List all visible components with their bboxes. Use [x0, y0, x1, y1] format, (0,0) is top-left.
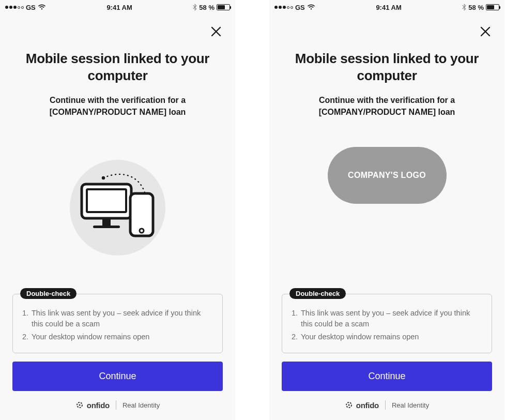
phone-screen-logo: GS 9:41 AM 58 % Mobile session linked to… [269, 0, 504, 420]
status-bar-left: GS [274, 4, 315, 11]
status-bar-time: 9:41 AM [376, 4, 401, 11]
close-button[interactable] [478, 24, 493, 41]
bluetooth-icon [193, 4, 197, 11]
battery-icon [486, 4, 499, 10]
close-icon [210, 31, 222, 39]
logo-container: COMPANY'S LOGO [282, 133, 492, 281]
svg-rect-4 [93, 226, 120, 228]
wifi-icon [38, 4, 46, 10]
svg-point-8 [79, 404, 80, 406]
double-check-badge: Double-check [289, 288, 346, 299]
onfido-mark-icon [75, 401, 84, 409]
battery-percent-label: 58 % [468, 4, 484, 11]
page-subtitle: Continue with the verification for a [CO… [12, 94, 223, 118]
svg-rect-5 [130, 193, 153, 236]
svg-rect-3 [102, 219, 111, 226]
continue-button[interactable]: Continue [282, 362, 492, 391]
double-check-list: This link was sent by you – seek advice … [21, 308, 214, 342]
signal-strength-icon [274, 6, 293, 9]
double-check-panel: Double-check This link was sent by you –… [282, 294, 492, 353]
phone-screen-illustration: GS 9:41 AM 58 % Mobile session linked to… [0, 0, 235, 420]
footer-separator [116, 400, 116, 410]
onfido-logo: onfido [75, 401, 110, 410]
status-bar: GS 9:41 AM 58 % [0, 0, 235, 14]
company-logo-placeholder: COMPANY'S LOGO [328, 147, 447, 204]
close-icon [480, 31, 491, 39]
footer-tagline: Real Identity [123, 401, 160, 409]
status-bar-left: GS [5, 4, 46, 11]
main-content: Mobile session linked to your computer C… [0, 41, 235, 420]
double-check-item: Your desktop window remains open [30, 332, 214, 342]
svg-point-10 [348, 404, 349, 406]
continue-button[interactable]: Continue [12, 362, 223, 391]
footer-separator [385, 400, 386, 410]
close-button[interactable] [208, 24, 224, 41]
footer-tagline: Real Identity [392, 401, 429, 409]
page-title: Mobile session linked to your computer [282, 50, 492, 84]
page-subtitle: Continue with the verification for a [CO… [282, 94, 492, 118]
double-check-list: This link was sent by you – seek advice … [290, 308, 483, 342]
page-title: Mobile session linked to your computer [12, 50, 223, 84]
footer: onfido Real Identity [345, 391, 429, 420]
devices-linked-icon [70, 160, 165, 256]
double-check-item: This link was sent by you – seek advice … [30, 308, 214, 329]
battery-percent-label: 58 % [199, 4, 215, 11]
onfido-logo: onfido [345, 401, 379, 410]
status-bar-right: 58 % [193, 4, 230, 11]
illustration-container [12, 133, 223, 281]
footer-brand: onfido [87, 401, 110, 410]
status-bar-time: 9:41 AM [106, 4, 132, 11]
footer-brand: onfido [356, 401, 379, 410]
svg-point-0 [102, 176, 105, 179]
status-bar: GS 9:41 AM 58 % [269, 0, 504, 14]
carrier-label: GS [295, 4, 305, 11]
double-check-panel: Double-check This link was sent by you –… [12, 294, 223, 353]
battery-icon [217, 4, 230, 10]
wifi-icon [307, 4, 315, 10]
status-bar-right: 58 % [462, 4, 499, 11]
double-check-item: This link was sent by you – seek advice … [300, 308, 483, 329]
signal-strength-icon [5, 6, 24, 9]
footer: onfido Real Identity [75, 391, 160, 420]
onfido-mark-icon [345, 401, 353, 409]
bluetooth-icon [462, 4, 466, 11]
svg-rect-2 [87, 189, 126, 212]
double-check-badge: Double-check [20, 288, 76, 299]
double-check-item: Your desktop window remains open [300, 332, 483, 342]
main-content: Mobile session linked to your computer C… [269, 41, 504, 420]
carrier-label: GS [26, 4, 36, 11]
